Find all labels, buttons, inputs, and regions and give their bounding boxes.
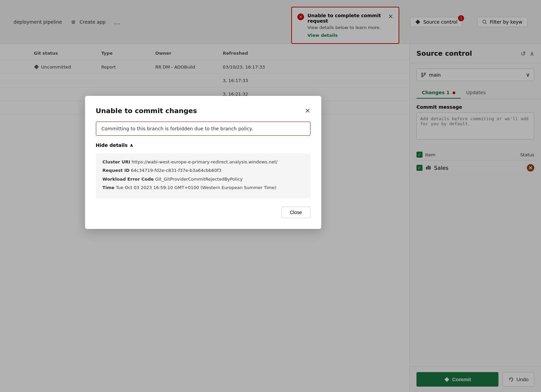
modal-title: Unable to commit changes <box>96 107 197 115</box>
workload-error-value: Git_GitProviderCommitRejectedByPolicy <box>155 177 243 182</box>
request-id-row: Request ID 64c34719-fd2e-c831-f37e-b3a64… <box>103 167 304 174</box>
request-id-label: Request ID <box>103 168 130 173</box>
modal-overlay: Unable to commit changes ✕ Committing to… <box>0 0 541 392</box>
modal-dialog: Unable to commit changes ✕ Committing to… <box>85 96 321 229</box>
modal-close-button[interactable]: ✕ <box>305 107 310 115</box>
time-label: Time <box>103 185 115 190</box>
request-id-value: 64c34719-fd2e-c831-f37e-b3a64cbb60f3 <box>131 168 221 173</box>
time-value: Tue Oct 03 2023 16:59:10 GMT+0100 (Weste… <box>116 185 276 190</box>
details-box: Cluster URI https://wabi-west-europe-e-p… <box>96 153 310 199</box>
chevron-up-icon: ∧ <box>130 142 133 148</box>
hide-details-toggle[interactable]: Hide details ∧ <box>96 142 310 148</box>
modal-header: Unable to commit changes ✕ <box>96 107 310 115</box>
close-button[interactable]: Close <box>281 207 310 218</box>
cluster-uri-label: Cluster URI <box>103 159 130 164</box>
modal-footer: Close <box>96 207 310 218</box>
workload-error-label: Workload Error Code <box>103 177 154 182</box>
cluster-uri-row: Cluster URI https://wabi-west-europe-e-p… <box>103 159 304 165</box>
cluster-uri-value: https://wabi-west-europe-e-primary-redir… <box>132 159 277 164</box>
workload-error-row: Workload Error Code Git_GitProviderCommi… <box>103 176 304 183</box>
error-message-text: Committing to this branch is forbidden d… <box>102 126 253 131</box>
time-row: Time Tue Oct 03 2023 16:59:10 GMT+0100 (… <box>103 184 304 191</box>
error-message-box: Committing to this branch is forbidden d… <box>96 122 310 136</box>
hide-details-label: Hide details <box>96 142 128 148</box>
